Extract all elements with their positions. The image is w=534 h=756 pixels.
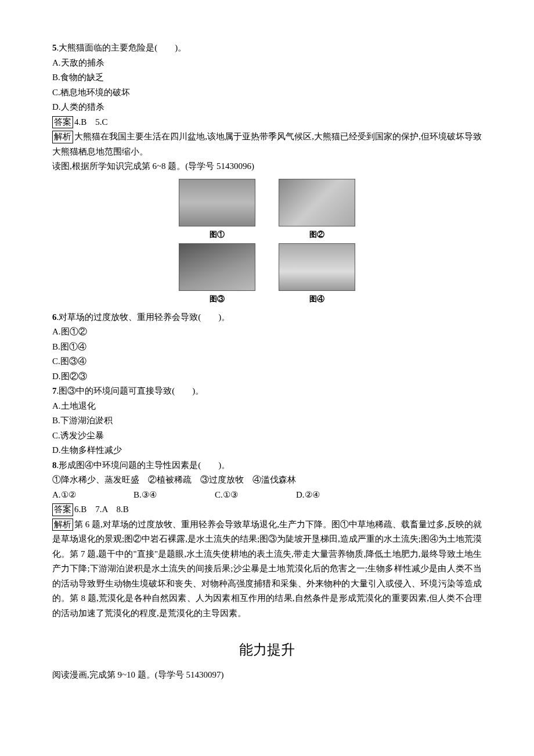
figure-3-image bbox=[179, 243, 255, 291]
figure-3: 图③ bbox=[179, 243, 255, 305]
figure-1-caption: 图① bbox=[210, 228, 225, 241]
question-8-text: .形成图④中环境问题的主导性因素是( )。 bbox=[57, 460, 230, 470]
question-6-option-c: C.图③④ bbox=[52, 354, 482, 369]
question-6-option-b: B.图①④ bbox=[52, 340, 482, 355]
question-8-option-a: A.①② bbox=[52, 488, 134, 503]
explanation-label: 解析 bbox=[52, 131, 73, 143]
figure-grid: 图① 图② 图③ 图④ bbox=[52, 179, 482, 305]
question-5-option-d: D.人类的猎杀 bbox=[52, 100, 482, 115]
figure-row-2: 图③ 图④ bbox=[52, 243, 482, 305]
question-6-number: 6 bbox=[52, 312, 57, 322]
explanation-6-8-text: 第 6 题,对草场的过度放牧、重用轻养会导致草场退化,生产力下降。图①中草地稀疏… bbox=[52, 520, 482, 618]
figure-4: 图④ bbox=[279, 243, 355, 305]
question-8-number: 8 bbox=[52, 460, 57, 470]
question-5-stem: 5.大熊猫面临的主要危险是( )。 bbox=[52, 41, 482, 56]
question-7-option-a: A.土地退化 bbox=[52, 399, 482, 414]
question-8-stem: 8.形成图④中环境问题的主导性因素是( )。 bbox=[52, 458, 482, 473]
question-5-option-b: B.食物的缺乏 bbox=[52, 70, 482, 85]
answer-4-5-text: 4.B 5.C bbox=[74, 117, 108, 127]
figure-2-image bbox=[279, 179, 355, 226]
figure-4-caption: 图④ bbox=[309, 293, 324, 305]
question-6-stem: 6.对草场的过度放牧、重用轻养会导致( )。 bbox=[52, 310, 482, 325]
question-6-text: .对草场的过度放牧、重用轻养会导致( )。 bbox=[57, 312, 230, 322]
explanation-6-8: 解析第 6 题,对草场的过度放牧、重用轻养会导致草场退化,生产力下降。图①中草地… bbox=[52, 517, 482, 621]
question-6-option-d: D.图②③ bbox=[52, 369, 482, 384]
figure-1: 图① bbox=[179, 179, 255, 241]
question-7-number: 7 bbox=[52, 386, 57, 395]
figure-2-caption: 图② bbox=[309, 228, 324, 241]
answer-label: 答案 bbox=[52, 503, 73, 516]
answer-label: 答案 bbox=[52, 116, 73, 129]
question-5-option-c: C.栖息地环境的破坏 bbox=[52, 85, 482, 100]
figure-2: 图② bbox=[279, 179, 355, 241]
question-7-text: .图③中的环境问题可直接导致( )。 bbox=[57, 386, 204, 395]
answer-4-5: 答案4.B 5.C bbox=[52, 115, 482, 130]
question-5-text: .大熊猫面临的主要危险是( )。 bbox=[57, 43, 187, 52]
lead-in-6-8: 读图,根据所学知识完成第 6~8 题。(导学号 51430096) bbox=[52, 159, 482, 174]
answer-6-8: 答案6.B 7.A 8.B bbox=[52, 502, 482, 517]
question-7-option-c: C.诱发沙尘暴 bbox=[52, 429, 482, 444]
figure-row-1: 图① 图② bbox=[52, 179, 482, 241]
question-7-option-d: D.生物多样性减少 bbox=[52, 443, 482, 458]
question-8-option-c: C.①③ bbox=[215, 488, 296, 503]
explanation-4-5-text: 大熊猫在我国主要生活在四川盆地,该地属于亚热带季风气候区,大熊猫已经受到国家的保… bbox=[52, 132, 482, 156]
explanation-4-5: 解析大熊猫在我国主要生活在四川盆地,该地属于亚热带季风气候区,大熊猫已经受到国家… bbox=[52, 129, 482, 159]
question-8-options: A.①② B.③④ C.①③ D.②④ bbox=[52, 488, 482, 503]
question-8-option-b: B.③④ bbox=[134, 488, 215, 503]
explanation-label: 解析 bbox=[52, 519, 73, 531]
lead-in-9-10: 阅读漫画,完成第 9~10 题。(导学号 51430097) bbox=[52, 668, 482, 683]
figure-4-image bbox=[279, 243, 355, 291]
question-5-option-a: A.天敌的捕杀 bbox=[52, 56, 482, 71]
question-7-option-b: B.下游湖泊淤积 bbox=[52, 413, 482, 429]
question-5-number: 5 bbox=[52, 43, 57, 52]
question-8-option-d: D.②④ bbox=[296, 488, 377, 503]
answer-6-8-text: 6.B 7.A 8.B bbox=[74, 505, 129, 514]
question-7-stem: 7.图③中的环境问题可直接导致( )。 bbox=[52, 384, 482, 399]
figure-3-caption: 图③ bbox=[210, 293, 225, 305]
figure-1-image bbox=[179, 179, 255, 226]
question-6-option-a: A.图①② bbox=[52, 325, 482, 340]
section-heading: 能力提升 bbox=[52, 638, 482, 662]
question-8-factors: ①降水稀少、蒸发旺盛 ②植被稀疏 ③过度放牧 ④滥伐森林 bbox=[52, 473, 482, 488]
